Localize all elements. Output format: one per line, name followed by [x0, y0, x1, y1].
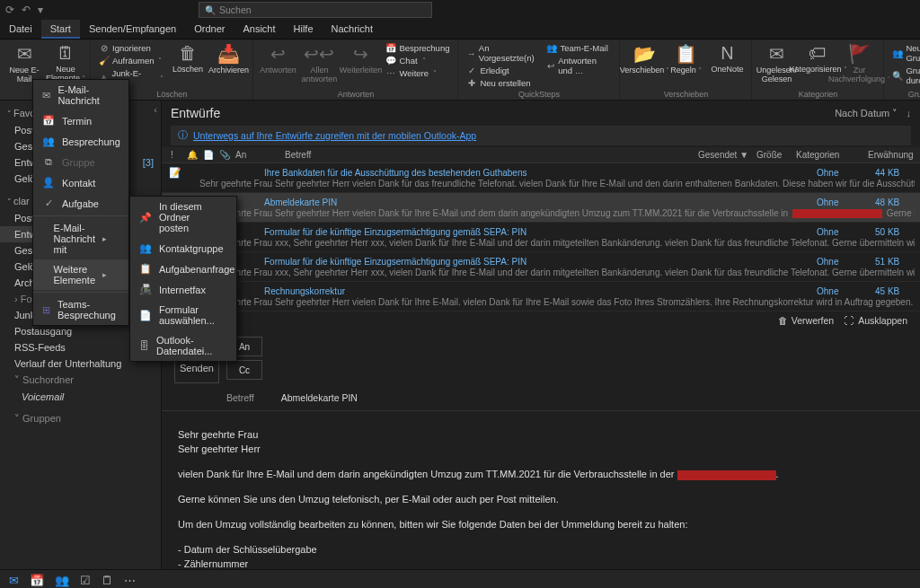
qs-vorgesetzte[interactable]: →An Vorgesetzte(n) — [464, 42, 540, 64]
move-button[interactable]: 📂Verschieben — [625, 41, 663, 90]
message-preview: Sehr geehrte Frau Sehr geehrter Herr vie… — [199, 179, 915, 189]
cc-button[interactable]: Cc — [226, 360, 262, 380]
ctx-email[interactable]: ✉E-Mail-Nachricht — [33, 80, 128, 110]
col-attach-icon[interactable]: 📎 — [216, 150, 232, 160]
ctx-email-mit[interactable]: E-Mail-Nachricht mit▸ — [33, 218, 128, 259]
info-bar[interactable]: ⓘ Unterwegs auf Ihre Entwürfe zugreifen … — [171, 126, 911, 145]
column-headers: ! 🔔 📄 📎 An Betreff Gesendet ▼ Größe Kate… — [162, 147, 920, 163]
message-size: 48 KB — [875, 197, 915, 207]
expand-button[interactable]: ⛶Ausklappen — [845, 315, 907, 326]
sidebar-gruppen[interactable]: ˅ Gruppen — [0, 410, 161, 427]
reading-pane[interactable]: Sehr geehrte Frau Sehr geehrter Herr vie… — [162, 410, 920, 569]
message-preview: Sehr geehrte Frau xxx, Sehr geehrter Her… — [199, 268, 915, 277]
ctx-formular[interactable]: 📄Formular auswählen... — [130, 300, 236, 330]
nav-people-icon[interactable]: 👥 — [55, 574, 69, 587]
rules-button[interactable]: 📋Regeln — [667, 41, 704, 90]
qs-antworten[interactable]: ↩Antworten und … — [544, 55, 614, 76]
ctx-kontakt[interactable]: 👤Kontakt — [33, 172, 128, 193]
nav-mail-icon[interactable]: ✉ — [9, 574, 19, 587]
menu-start[interactable]: Start — [41, 20, 80, 39]
ctx-posten[interactable]: 📌In diesem Ordner posten — [130, 197, 236, 238]
qs-neu[interactable]: ✚Neu erstellen — [464, 77, 540, 89]
datafile-icon: 🗄 — [139, 340, 149, 351]
ctx-aufgabenanfrage[interactable]: 📋Aufgabenanfrage — [130, 259, 236, 279]
info-link[interactable]: Unterwegs auf Ihre Entwürfe zugreifen mi… — [193, 130, 476, 141]
ctx-kontaktgruppe[interactable]: 👥Kontaktgruppe — [130, 238, 236, 259]
weitere-elemente-submenu: 📌In diesem Ordner posten 👥Kontaktgruppe … — [129, 196, 237, 362]
menu-ordner[interactable]: Ordner — [185, 20, 234, 39]
qs-erledigt[interactable]: ✓Erledigt — [464, 65, 540, 76]
col-icon[interactable]: 📄 — [199, 150, 216, 160]
menu-ansicht[interactable]: Ansicht — [234, 20, 284, 39]
qs-team[interactable]: 👥Team-E-Mail — [544, 42, 614, 54]
followup-button[interactable]: 🚩Zur Nachverfolgung — [840, 41, 878, 90]
cleanup-button[interactable]: 🧹Aufräumen — [96, 55, 166, 66]
message-sent: Ohne — [817, 168, 875, 178]
message-row[interactable]: 📝Formular für die künftige Einzugsermäch… — [162, 252, 920, 282]
refresh-icon[interactable]: ⟳ — [5, 4, 14, 16]
qat-dropdown-icon[interactable]: ▾ — [38, 4, 43, 16]
chat-icon: 💬 — [385, 56, 396, 66]
ctx-internetfax[interactable]: 📠Internetfax — [130, 279, 236, 300]
message-row[interactable]: 📝Abmeldekarte PINOhne48 KBSehr geehrte F… — [162, 193, 920, 223]
message-size: 44 KB — [875, 168, 915, 178]
ctx-besprechung[interactable]: 👥Besprechung — [33, 131, 128, 152]
nav-calendar-icon[interactable]: 📅 — [30, 574, 44, 587]
col-flag[interactable]: ! — [167, 150, 183, 160]
meeting-button[interactable]: 📅Besprechung — [383, 42, 452, 54]
reply-button[interactable]: ↩Antworten — [259, 41, 296, 90]
content-pane: Entwürfe Nach Datum ˅ ↓ ⓘ Unterwegs auf … — [162, 101, 920, 569]
col-gesendet[interactable]: Gesendet ▼ — [694, 150, 753, 160]
col-an[interactable]: An — [232, 150, 281, 160]
ctx-termin[interactable]: 📅Termin — [33, 110, 128, 131]
new-group-button[interactable]: 👥Neue Gruppe — [889, 42, 920, 64]
ctx-aufgabe[interactable]: ✓Aufgabe — [33, 193, 128, 214]
subject-label: Betreff — [226, 392, 254, 403]
onenote-icon: N — [721, 43, 733, 64]
group-icon: ⧉ — [42, 156, 55, 168]
menu-hilfe[interactable]: Hilfe — [285, 20, 323, 39]
more-icon: ⋯ — [385, 68, 396, 78]
delete-button[interactable]: 🗑Löschen — [170, 41, 207, 90]
more-button[interactable]: ⋯Weitere — [383, 67, 452, 79]
menu-senden[interactable]: Senden/Empfangen — [80, 20, 185, 39]
search-box[interactable]: 🔍 Suchen — [199, 2, 432, 18]
nav-more-icon[interactable]: ⋯ — [124, 574, 136, 587]
nav-notes-icon[interactable]: 🗒 — [102, 574, 113, 587]
forward-icon: ↪ — [353, 43, 368, 65]
chat-button[interactable]: 💬Chat — [383, 55, 452, 66]
forward-button[interactable]: ↪Weiterleiten — [341, 41, 379, 90]
reply-all-button[interactable]: ↩↩Allen antworten — [300, 41, 338, 90]
col-betreff[interactable]: Betreff — [281, 150, 694, 160]
rules-icon: 📋 — [675, 43, 697, 65]
ignore-button[interactable]: ⊘Ignorieren — [96, 42, 166, 54]
undo-icon[interactable]: ↶ — [22, 4, 31, 16]
menu-nachricht[interactable]: Nachricht — [323, 20, 382, 39]
group-label-kategorien: Kategorien — [757, 90, 878, 100]
sidebar-suchordner[interactable]: ˅ Suchordner — [0, 372, 161, 389]
message-row[interactable]: 📝Formular für die künftige Einzugsermäch… — [162, 223, 920, 252]
group-label-quicksteps: QuickSteps — [464, 90, 614, 100]
collapse-sidebar-icon[interactable]: ‹ — [154, 104, 157, 115]
ctx-weitere-elemente[interactable]: Weitere Elemente▸ — [33, 259, 128, 290]
nav-tasks-icon[interactable]: ☑ — [80, 574, 91, 587]
sidebar-item[interactable]: Voicemail — [0, 389, 161, 405]
col-kategorien[interactable]: Kategorien — [792, 150, 864, 160]
message-row[interactable]: 📝Ihre Bankdaten für die Ausschüttung des… — [162, 163, 920, 193]
sort-dropdown[interactable]: Nach Datum ˅ ↓ — [835, 108, 911, 119]
subject-value[interactable]: Abmeldekarte PIN — [281, 392, 358, 403]
discard-button[interactable]: 🗑Verwerfen — [778, 315, 834, 326]
ctx-teams[interactable]: ⊞Teams-Besprechung — [33, 294, 128, 325]
browse-groups-button[interactable]: 🔍Gruppen durchsuchen — [889, 65, 920, 86]
group-icon: 👥 — [892, 48, 903, 58]
menu-datei[interactable]: Datei — [0, 20, 41, 39]
message-row[interactable]: 📝RechnungskorrekturOhne45 KBSehr geehrte… — [162, 282, 920, 312]
message-sent: Ohne — [817, 227, 875, 237]
col-erwaehnung[interactable]: Erwähnung — [864, 150, 915, 160]
archive-button[interactable]: 📥Archivieren — [209, 41, 247, 90]
message-sent: Ohne — [817, 257, 875, 267]
ctx-datendatei[interactable]: 🗄Outlook-Datendatei... — [130, 330, 236, 361]
col-reminder-icon[interactable]: 🔔 — [183, 150, 199, 160]
onenote-button[interactable]: NOneNote — [708, 41, 746, 90]
col-groesse[interactable]: Größe — [753, 150, 792, 160]
